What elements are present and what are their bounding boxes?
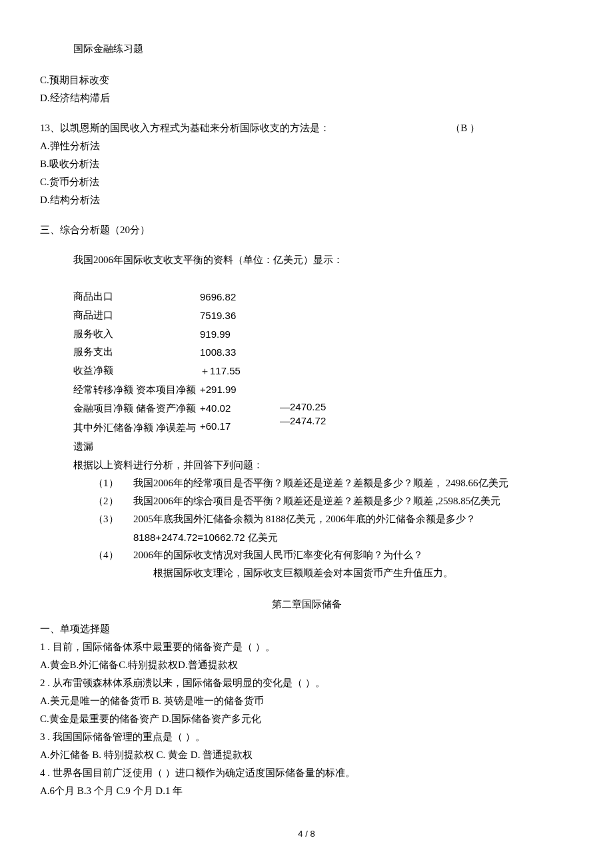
ch2-q2b: C.黄金是最重要的储备资产 D.国际储备资产多元化 (40, 710, 573, 728)
lbl-export: 商品出口 (73, 288, 200, 306)
val-import: 7519.36 (200, 306, 280, 325)
ch2-section: 一、单项选择题 (40, 620, 573, 638)
q13-opt-b: B.吸收分析法 (40, 155, 573, 173)
lbl-import: 商品进口 (73, 306, 200, 325)
analysis-prompt: 根据以上资料进行分析，并回答下列问题： (73, 456, 573, 474)
val-cap: +40.02 (200, 399, 280, 418)
sq3-txt-b: 8188+2474.72=10662.72 亿美元 (133, 528, 573, 546)
analysis-intro: 我国2006年国际收支收支平衡的资料（单位：亿美元）显示： (73, 251, 573, 269)
val-srv-in: 919.99 (200, 325, 280, 344)
sq2-txt: 我国2006年的综合项目是否平衡？顺差还是逆差？差额是多少？顺差 ,2598.8… (133, 492, 573, 510)
ch2-q3: 3 . 我国国际储备管理的重点是（ ）。 (40, 728, 573, 746)
val-srv-out: 1008.33 (200, 343, 280, 362)
sq1-num: （1） (93, 474, 133, 492)
val-fin: +60.17 (200, 417, 280, 436)
data-labels-col: 商品出口 商品进口 服务收入 服务支出 收益净额 经常转移净额 资本项目净额 金… (73, 288, 200, 456)
lbl-reserves: 其中外汇储备净额 净误差与遗漏 (73, 418, 200, 456)
document-page: 国际金融练习题 C.预期目标改变 D.经济结构滞后 13、以凯恩斯的国民收入方程… (0, 0, 613, 868)
q13-options: A.弹性分析法 B.吸收分析法 C.货币分析法 D.结构分析法 (40, 137, 573, 209)
page-header: 国际金融练习题 (73, 40, 573, 58)
q12-options-tail: C.预期目标改变 D.经济结构滞后 (40, 71, 573, 107)
ch2-q2a: A.美元是唯一的储备货币 B. 英镑是唯一的储备货币 (40, 692, 573, 710)
sq1-txt: 我国2006年的经常项目是否平衡？顺差还是逆差？差额是多少？顺差， 2498.6… (133, 474, 573, 492)
val-income: ＋117.55 (200, 362, 280, 380)
lbl-srv-out: 服务支出 (73, 343, 200, 362)
q12-opt-d: D.经济结构滞后 (40, 89, 573, 107)
ch2-q2: 2 . 从布雷顿森林体系崩溃以来，国际储备最明显的变化是（ ）。 (40, 674, 573, 692)
val-trans: +291.99 (200, 380, 280, 399)
sq4-num: （4） (93, 546, 133, 564)
chapter-2-heading: 第二章国际储备 (40, 596, 573, 614)
data-table: 商品出口 商品进口 服务收入 服务支出 收益净额 经常转移净额 资本项目净额 金… (73, 288, 573, 456)
ch2-q4o: A.6个月 B.3 个月 C.9 个月 D.1 年 (40, 782, 573, 800)
val-res-asset: —2470.25 (280, 400, 333, 414)
q13-answer: （B ） (450, 119, 573, 137)
q13-opt-a: A.弹性分析法 (40, 137, 573, 155)
section-3-heading: 三、综合分析题（20分） (40, 221, 573, 239)
sq2-num: （2） (93, 492, 133, 510)
q12-opt-c: C.预期目标改变 (40, 71, 573, 89)
val-fx-res: —2474.72 (280, 414, 333, 428)
ch2-q3o: A.外汇储备 B. 特别提款权 C. 黄金 D. 普通提款权 (40, 746, 573, 764)
lbl-transfers: 经常转移净额 资本项目净额 金融项目净额 储备资产净额 (73, 380, 200, 418)
data-values-col2: —2470.25 —2474.72 (280, 288, 333, 456)
q13-opt-c: C.货币分析法 (40, 173, 573, 191)
page-number: 4 / 8 (0, 826, 613, 841)
sq4-txt-a: 2006年的国际收支情况对我国人民币汇率变化有何影响？为什么？ (133, 546, 573, 564)
sq3-txt-a: 2005年底我国外汇储备余额为 8188亿美元，2006年底的外汇储备余额是多少… (133, 510, 573, 528)
ch2-q1o: A.黄金B.外汇储备C.特别提款权D.普通提款权 (40, 656, 573, 674)
lbl-income: 收益净额 (73, 362, 200, 380)
q13-stem: 13、以凯恩斯的国民收入方程式为基础来分析国际收支的方法是： (40, 119, 450, 137)
sub-questions: （1） 我国2006年的经常项目是否平衡？顺差还是逆差？差额是多少？顺差， 24… (93, 474, 573, 582)
ch2-q4: 4 . 世界各国目前广泛使用（ ）进口额作为确定适度国际储备量的标准。 (40, 764, 573, 782)
sq4-txt-b: 根据国际收支理论，国际收支巨额顺差会对本国货币产生升值压力。 (133, 564, 573, 582)
lbl-srv-in: 服务收入 (73, 325, 200, 344)
val-export: 9696.82 (200, 288, 280, 306)
q13-opt-d: D.结构分析法 (40, 191, 573, 209)
sq3-num: （3） (93, 510, 133, 528)
q13-stem-row: 13、以凯恩斯的国民收入方程式为基础来分析国际收支的方法是： （B ） (40, 119, 573, 137)
data-values-col1: 9696.82 7519.36 919.99 1008.33 ＋117.55 +… (200, 288, 280, 456)
ch2-q1: 1 . 目前，国际储备体系中最重要的储备资产是（ ）。 (40, 638, 573, 656)
